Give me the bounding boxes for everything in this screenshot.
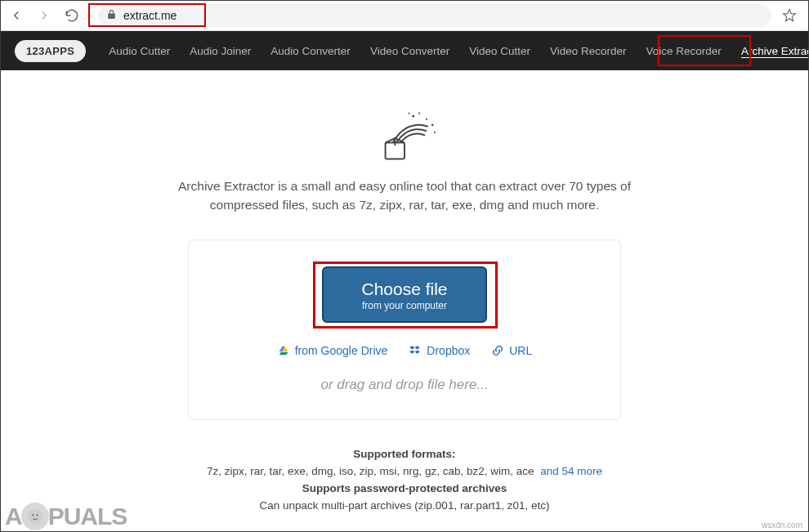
nav-audio-converter[interactable]: Audio Converter	[262, 34, 359, 69]
hero-description: Archive Extractor is a small and easy on…	[159, 177, 650, 215]
svg-point-6	[32, 514, 34, 516]
page-content: Archive Extractor is a small and easy on…	[0, 70, 809, 512]
watermark-face-icon	[21, 503, 49, 530]
site-navbar: 123APPS Audio Cutter Audio Joiner Audio …	[0, 31, 809, 70]
supported-formats-list: 7z, zipx, rar, tar, exe, dmg, iso, zip, …	[0, 465, 809, 477]
rainbow-box-icon	[368, 103, 441, 160]
address-bar[interactable]: extract.me	[98, 4, 771, 27]
nav-voice-recorder[interactable]: Voice Recorder	[638, 34, 730, 69]
choose-file-button[interactable]: Choose file from your computer	[322, 266, 486, 323]
dropbox-link[interactable]: Dropbox	[409, 344, 470, 357]
svg-point-1	[412, 115, 414, 118]
svg-point-7	[36, 514, 38, 516]
svg-point-3	[426, 118, 427, 120]
more-formats-link[interactable]: and 54 more	[540, 465, 602, 477]
nav-video-cutter[interactable]: Video Cutter	[461, 34, 539, 69]
formats-info: Supported formats: 7z, zipx, rar, tar, e…	[0, 448, 809, 512]
svg-point-2	[418, 113, 420, 114]
browser-toolbar: extract.me	[0, 0, 809, 31]
nav-video-recorder[interactable]: Video Recorder	[542, 34, 635, 69]
back-button[interactable]	[7, 6, 26, 25]
site-logo[interactable]: 123APPS	[15, 40, 86, 62]
url-text: extract.me	[123, 9, 177, 22]
password-support: Supports password-protected archives	[0, 482, 809, 494]
watermark-logo: A PUALS	[5, 503, 127, 530]
svg-point-4	[431, 124, 434, 127]
google-drive-link[interactable]: from Google Drive	[277, 344, 388, 357]
nav-video-converter[interactable]: Video Converter	[362, 34, 458, 69]
domain-watermark: wsxdn.com	[762, 521, 802, 530]
choose-file-label: Choose file	[361, 279, 447, 299]
nav-archive-extractor[interactable]: Archive Extractor	[733, 34, 809, 69]
url-link[interactable]: URL	[491, 344, 532, 357]
link-icon	[491, 344, 504, 357]
lock-icon	[106, 8, 117, 23]
reload-button[interactable]	[62, 6, 82, 25]
svg-point-5	[28, 509, 42, 524]
google-drive-icon	[277, 344, 290, 357]
alternate-sources: from Google Drive Dropbox URL	[205, 344, 604, 357]
supported-formats-header: Supported formats:	[0, 448, 809, 460]
drag-drop-hint: or drag and drop file here...	[205, 377, 604, 393]
bookmark-star-icon[interactable]	[780, 6, 799, 25]
nav-audio-joiner[interactable]: Audio Joiner	[181, 34, 259, 69]
dropbox-icon	[409, 344, 422, 357]
forward-button[interactable]	[34, 6, 54, 25]
nav-audio-cutter[interactable]: Audio Cutter	[101, 34, 178, 69]
upload-panel: Choose file from your computer from Goog…	[188, 239, 621, 420]
choose-file-sublabel: from your computer	[361, 300, 447, 311]
